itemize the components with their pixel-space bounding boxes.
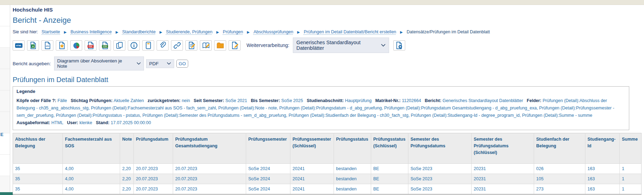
panel-stripe bbox=[0, 5, 10, 26]
table-cell: SoSe 2023 bbox=[408, 184, 472, 195]
column-header: Semester des Prüfungsdatums (Schlüssel) bbox=[472, 133, 534, 164]
table-cell: SoSe 2024 bbox=[246, 184, 290, 195]
table-cell: bestanden bbox=[334, 174, 371, 184]
breadcrumb-arrow-icon: ▶ bbox=[64, 30, 67, 34]
excel-export-icon: X bbox=[29, 41, 37, 49]
table-cell: BE bbox=[371, 164, 408, 174]
legend-entry: Studienabschnitt: Hauptprüfung bbox=[307, 98, 372, 103]
processing-select-value: Generisches Standardlayout Datenblätter bbox=[296, 40, 376, 51]
xml-export-button[interactable]: </> bbox=[41, 40, 53, 51]
results-table: Abschluss der BelegungFachsemesterzahl a… bbox=[13, 133, 642, 195]
table-cell: 20.07.2023 bbox=[173, 174, 246, 184]
breadcrumb-arrow-icon: ▶ bbox=[297, 30, 300, 34]
breadcrumb-arrow-icon: ▶ bbox=[400, 30, 403, 34]
table-cell: 1 bbox=[620, 164, 642, 174]
column-header: Prüfungsstatus (Schlüssel) bbox=[371, 133, 408, 164]
bottom-teal-bar bbox=[0, 192, 13, 195]
table-cell: 20.07.2023 bbox=[134, 184, 173, 195]
link-button[interactable] bbox=[171, 40, 183, 51]
table-row: 354,002,2020.07.202320.07.2023SoSe 20242… bbox=[13, 164, 642, 174]
processing-label: Weiterverarbeitung: bbox=[247, 42, 289, 48]
edit-glossary-icon bbox=[202, 41, 210, 49]
edit-folder-button[interactable] bbox=[214, 40, 226, 51]
table-cell: 20.07.2023 bbox=[134, 164, 173, 174]
csv-export-button[interactable]: CSV bbox=[99, 40, 111, 51]
legend-entry: Ausgabeformat: HTML bbox=[17, 120, 63, 125]
info-button[interactable] bbox=[128, 40, 140, 51]
pie-chart-icon bbox=[72, 41, 80, 49]
table-cell: 35 bbox=[13, 174, 63, 184]
table-cell: 20231 bbox=[472, 184, 534, 195]
table-cell: 4,00 bbox=[63, 174, 120, 184]
table-row: 354,002,2020.07.202320.07.2023SoSe 20242… bbox=[13, 174, 642, 184]
column-header: Semester des Prüfungsdatums bbox=[408, 133, 472, 164]
note-icon bbox=[144, 41, 152, 49]
table-cell: 163 bbox=[585, 174, 620, 184]
table-cell: 163 bbox=[585, 164, 620, 174]
breadcrumb-link[interactable]: Startseite bbox=[41, 29, 60, 34]
legend-entry: Matrikel-Nr.: 11202664 bbox=[375, 98, 421, 103]
table-cell: 1 bbox=[620, 184, 642, 195]
edit-glossary-button[interactable] bbox=[200, 40, 212, 51]
xml-export-icon: </> bbox=[44, 41, 52, 49]
legend-entry: Bis Semester: SoSe 2025 bbox=[251, 98, 303, 103]
note-button[interactable] bbox=[142, 40, 154, 51]
breadcrumb-link[interactable]: Abschlussprüfungen bbox=[254, 29, 293, 34]
pie-chart-button[interactable] bbox=[70, 40, 82, 51]
legend-entry: Stichtag Prüfungen: Aktuelle Zahlen bbox=[71, 98, 144, 103]
legend-entry: Seit Semester: SoSe 2021 bbox=[194, 98, 247, 103]
table-cell: 1 bbox=[620, 174, 642, 184]
output-format-select[interactable]: PDF bbox=[146, 59, 174, 68]
table-cell: 20231 bbox=[472, 164, 534, 174]
legend-entry: Stand: 17.07.2025 00:00:00 bbox=[96, 120, 151, 125]
breadcrumb-link[interactable]: Prüfungen bbox=[223, 29, 243, 34]
copy-button[interactable] bbox=[113, 40, 125, 51]
svg-text:X: X bbox=[32, 45, 34, 48]
html-export-button[interactable]: HTML bbox=[13, 40, 25, 51]
table-cell: 20.07.2023 bbox=[173, 184, 246, 195]
panel-stripe bbox=[0, 48, 10, 69]
table-cell: 2,20 bbox=[120, 184, 134, 195]
bookmark-icon bbox=[58, 41, 66, 49]
pdf-export-button[interactable]: PDF bbox=[85, 40, 97, 51]
legend-entry: zurückgetreten: nein bbox=[147, 98, 190, 103]
table-cell: BE bbox=[371, 184, 408, 195]
table-cell: 20241 bbox=[290, 184, 334, 195]
breadcrumb-link[interactable]: Business Intelligence bbox=[71, 29, 112, 34]
attachment-button[interactable] bbox=[157, 40, 169, 51]
svg-text:HTML: HTML bbox=[16, 45, 22, 47]
breadcrumb-link[interactable]: Standardberichte bbox=[122, 29, 156, 34]
edit-document-button[interactable] bbox=[229, 40, 241, 51]
column-header: Studiengang-Id bbox=[585, 133, 620, 164]
bookmark-button[interactable] bbox=[56, 40, 68, 51]
table-cell: 35 bbox=[13, 164, 63, 174]
page-title: Bericht - Anzeige bbox=[13, 16, 629, 25]
table-cell: SoSe 2024 bbox=[246, 164, 290, 174]
panel-stripe bbox=[0, 90, 10, 112]
breadcrumb-link[interactable]: Studierende, Prüfungen bbox=[166, 29, 212, 34]
processing-select[interactable]: Generisches Standardlayout Datenblätter bbox=[293, 38, 389, 53]
csv-export-icon: CSV bbox=[101, 41, 109, 49]
breadcrumb-link[interactable]: Prüfungen im Detail Datenblatt/Bericht e… bbox=[304, 29, 396, 34]
new-document-button[interactable] bbox=[393, 40, 405, 51]
edit-report-icon bbox=[188, 41, 196, 49]
copy-icon bbox=[116, 41, 124, 49]
go-button[interactable]: GO bbox=[176, 60, 188, 68]
table-cell: 105 bbox=[534, 174, 585, 184]
table-cell: 163 bbox=[585, 184, 620, 195]
table-cell: 4,00 bbox=[63, 184, 120, 195]
link-icon bbox=[173, 41, 181, 49]
column-header: Fachsemesterzahl aus SOS bbox=[63, 133, 120, 164]
edit-folder-icon bbox=[216, 41, 224, 49]
pdf-export-icon: PDF bbox=[87, 41, 95, 49]
chevron-down-icon bbox=[381, 44, 386, 47]
svg-text:</>: </> bbox=[46, 45, 49, 47]
table-cell: 026 bbox=[534, 164, 585, 174]
main-content: Hochschule HIS Bericht - Anzeige Sie sin… bbox=[13, 5, 629, 195]
edit-report-button[interactable] bbox=[185, 40, 197, 51]
panel-stripe bbox=[0, 26, 10, 48]
output-format-value: PDF bbox=[149, 61, 159, 66]
breadcrumb-prefix: Sie sind hier: bbox=[13, 29, 38, 34]
excel-export-button[interactable]: X bbox=[27, 40, 39, 51]
report-variant-select[interactable]: Diagramm über Absolventen je Note bbox=[54, 56, 144, 70]
